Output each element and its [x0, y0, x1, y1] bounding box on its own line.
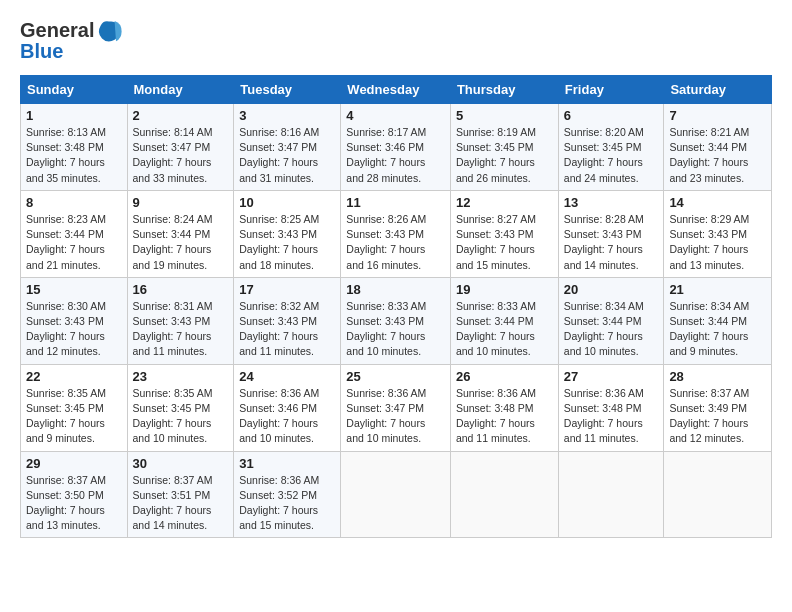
- calendar-cell: 22Sunrise: 8:35 AMSunset: 3:45 PMDayligh…: [21, 364, 128, 451]
- day-info: Sunrise: 8:36 AMSunset: 3:48 PMDaylight:…: [456, 386, 553, 447]
- day-number: 13: [564, 195, 659, 210]
- calendar-cell: 15Sunrise: 8:30 AMSunset: 3:43 PMDayligh…: [21, 277, 128, 364]
- day-info: Sunrise: 8:34 AMSunset: 3:44 PMDaylight:…: [564, 299, 659, 360]
- day-info: Sunrise: 8:36 AMSunset: 3:46 PMDaylight:…: [239, 386, 335, 447]
- day-info: Sunrise: 8:37 AMSunset: 3:49 PMDaylight:…: [669, 386, 766, 447]
- day-number: 19: [456, 282, 553, 297]
- weekday-header-tuesday: Tuesday: [234, 76, 341, 104]
- calendar-cell: 14Sunrise: 8:29 AMSunset: 3:43 PMDayligh…: [664, 190, 772, 277]
- weekday-header-sunday: Sunday: [21, 76, 128, 104]
- day-info: Sunrise: 8:35 AMSunset: 3:45 PMDaylight:…: [133, 386, 229, 447]
- calendar-cell: 4Sunrise: 8:17 AMSunset: 3:46 PMDaylight…: [341, 104, 451, 191]
- day-info: Sunrise: 8:28 AMSunset: 3:43 PMDaylight:…: [564, 212, 659, 273]
- day-info: Sunrise: 8:33 AMSunset: 3:43 PMDaylight:…: [346, 299, 445, 360]
- day-info: Sunrise: 8:29 AMSunset: 3:43 PMDaylight:…: [669, 212, 766, 273]
- day-info: Sunrise: 8:37 AMSunset: 3:50 PMDaylight:…: [26, 473, 122, 534]
- page-header: General Blue: [20, 16, 772, 63]
- calendar-week-row: 15Sunrise: 8:30 AMSunset: 3:43 PMDayligh…: [21, 277, 772, 364]
- calendar-cell: 31Sunrise: 8:36 AMSunset: 3:52 PMDayligh…: [234, 451, 341, 538]
- page-container: General Blue SundayMondayTuesdayWednesda…: [0, 0, 792, 548]
- day-number: 17: [239, 282, 335, 297]
- day-number: 29: [26, 456, 122, 471]
- calendar-cell: 23Sunrise: 8:35 AMSunset: 3:45 PMDayligh…: [127, 364, 234, 451]
- day-info: Sunrise: 8:25 AMSunset: 3:43 PMDaylight:…: [239, 212, 335, 273]
- day-number: 1: [26, 108, 122, 123]
- day-number: 10: [239, 195, 335, 210]
- calendar-cell: [558, 451, 664, 538]
- day-number: 20: [564, 282, 659, 297]
- day-number: 14: [669, 195, 766, 210]
- calendar-cell: [341, 451, 451, 538]
- calendar-cell: 27Sunrise: 8:36 AMSunset: 3:48 PMDayligh…: [558, 364, 664, 451]
- day-info: Sunrise: 8:17 AMSunset: 3:46 PMDaylight:…: [346, 125, 445, 186]
- calendar-cell: [450, 451, 558, 538]
- day-info: Sunrise: 8:21 AMSunset: 3:44 PMDaylight:…: [669, 125, 766, 186]
- calendar-cell: [664, 451, 772, 538]
- day-number: 5: [456, 108, 553, 123]
- day-number: 12: [456, 195, 553, 210]
- day-number: 3: [239, 108, 335, 123]
- day-info: Sunrise: 8:27 AMSunset: 3:43 PMDaylight:…: [456, 212, 553, 273]
- calendar-cell: 21Sunrise: 8:34 AMSunset: 3:44 PMDayligh…: [664, 277, 772, 364]
- day-info: Sunrise: 8:33 AMSunset: 3:44 PMDaylight:…: [456, 299, 553, 360]
- calendar-cell: 11Sunrise: 8:26 AMSunset: 3:43 PMDayligh…: [341, 190, 451, 277]
- logo-general-text: General: [20, 19, 94, 42]
- calendar-week-row: 29Sunrise: 8:37 AMSunset: 3:50 PMDayligh…: [21, 451, 772, 538]
- day-number: 16: [133, 282, 229, 297]
- calendar-cell: 17Sunrise: 8:32 AMSunset: 3:43 PMDayligh…: [234, 277, 341, 364]
- day-number: 22: [26, 369, 122, 384]
- day-number: 23: [133, 369, 229, 384]
- calendar-cell: 26Sunrise: 8:36 AMSunset: 3:48 PMDayligh…: [450, 364, 558, 451]
- calendar-week-row: 1Sunrise: 8:13 AMSunset: 3:48 PMDaylight…: [21, 104, 772, 191]
- day-info: Sunrise: 8:36 AMSunset: 3:47 PMDaylight:…: [346, 386, 445, 447]
- day-number: 25: [346, 369, 445, 384]
- day-number: 27: [564, 369, 659, 384]
- day-info: Sunrise: 8:32 AMSunset: 3:43 PMDaylight:…: [239, 299, 335, 360]
- day-number: 28: [669, 369, 766, 384]
- day-number: 24: [239, 369, 335, 384]
- calendar-cell: 24Sunrise: 8:36 AMSunset: 3:46 PMDayligh…: [234, 364, 341, 451]
- calendar-table: SundayMondayTuesdayWednesdayThursdayFrid…: [20, 75, 772, 538]
- day-info: Sunrise: 8:36 AMSunset: 3:52 PMDaylight:…: [239, 473, 335, 534]
- calendar-cell: 6Sunrise: 8:20 AMSunset: 3:45 PMDaylight…: [558, 104, 664, 191]
- day-info: Sunrise: 8:14 AMSunset: 3:47 PMDaylight:…: [133, 125, 229, 186]
- calendar-cell: 30Sunrise: 8:37 AMSunset: 3:51 PMDayligh…: [127, 451, 234, 538]
- calendar-cell: 10Sunrise: 8:25 AMSunset: 3:43 PMDayligh…: [234, 190, 341, 277]
- logo-blue-text: Blue: [20, 40, 63, 63]
- day-number: 7: [669, 108, 766, 123]
- day-number: 11: [346, 195, 445, 210]
- logo-bird-icon: [95, 16, 123, 44]
- calendar-cell: 13Sunrise: 8:28 AMSunset: 3:43 PMDayligh…: [558, 190, 664, 277]
- day-number: 8: [26, 195, 122, 210]
- weekday-header-monday: Monday: [127, 76, 234, 104]
- weekday-header-saturday: Saturday: [664, 76, 772, 104]
- calendar-cell: 25Sunrise: 8:36 AMSunset: 3:47 PMDayligh…: [341, 364, 451, 451]
- day-number: 21: [669, 282, 766, 297]
- day-info: Sunrise: 8:23 AMSunset: 3:44 PMDaylight:…: [26, 212, 122, 273]
- day-info: Sunrise: 8:16 AMSunset: 3:47 PMDaylight:…: [239, 125, 335, 186]
- calendar-cell: 9Sunrise: 8:24 AMSunset: 3:44 PMDaylight…: [127, 190, 234, 277]
- calendar-cell: 1Sunrise: 8:13 AMSunset: 3:48 PMDaylight…: [21, 104, 128, 191]
- calendar-week-row: 22Sunrise: 8:35 AMSunset: 3:45 PMDayligh…: [21, 364, 772, 451]
- day-number: 6: [564, 108, 659, 123]
- day-info: Sunrise: 8:30 AMSunset: 3:43 PMDaylight:…: [26, 299, 122, 360]
- day-number: 26: [456, 369, 553, 384]
- day-info: Sunrise: 8:35 AMSunset: 3:45 PMDaylight:…: [26, 386, 122, 447]
- calendar-cell: 5Sunrise: 8:19 AMSunset: 3:45 PMDaylight…: [450, 104, 558, 191]
- day-number: 30: [133, 456, 229, 471]
- logo: General Blue: [20, 16, 124, 63]
- day-info: Sunrise: 8:20 AMSunset: 3:45 PMDaylight:…: [564, 125, 659, 186]
- weekday-header-wednesday: Wednesday: [341, 76, 451, 104]
- day-number: 9: [133, 195, 229, 210]
- calendar-cell: 7Sunrise: 8:21 AMSunset: 3:44 PMDaylight…: [664, 104, 772, 191]
- day-info: Sunrise: 8:13 AMSunset: 3:48 PMDaylight:…: [26, 125, 122, 186]
- calendar-header-row: SundayMondayTuesdayWednesdayThursdayFrid…: [21, 76, 772, 104]
- weekday-header-thursday: Thursday: [450, 76, 558, 104]
- day-number: 4: [346, 108, 445, 123]
- day-info: Sunrise: 8:24 AMSunset: 3:44 PMDaylight:…: [133, 212, 229, 273]
- calendar-cell: 20Sunrise: 8:34 AMSunset: 3:44 PMDayligh…: [558, 277, 664, 364]
- day-info: Sunrise: 8:36 AMSunset: 3:48 PMDaylight:…: [564, 386, 659, 447]
- calendar-cell: 29Sunrise: 8:37 AMSunset: 3:50 PMDayligh…: [21, 451, 128, 538]
- day-number: 31: [239, 456, 335, 471]
- day-number: 18: [346, 282, 445, 297]
